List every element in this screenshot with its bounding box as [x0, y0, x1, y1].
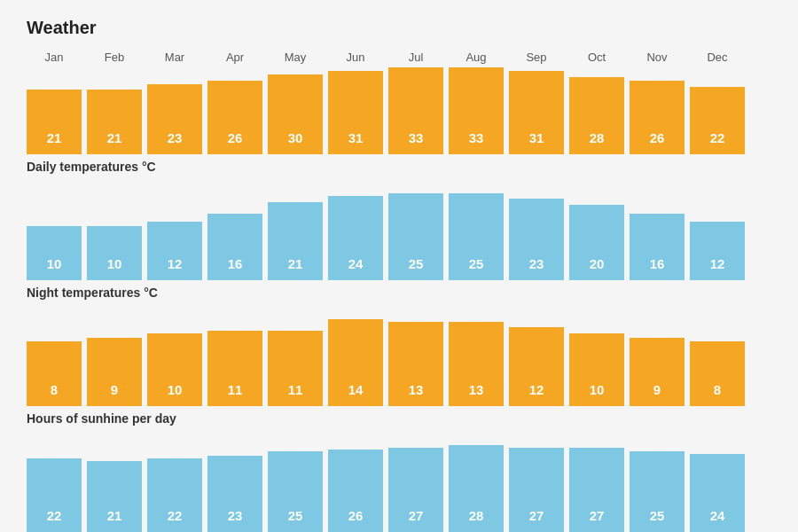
bar-column: 23 — [207, 456, 262, 532]
bar-value: 27 — [388, 498, 443, 532]
bar-value: 13 — [388, 372, 443, 406]
bar-column: 22 — [147, 458, 202, 532]
bar-column: 27 — [388, 448, 443, 532]
bar-column: 22 — [27, 458, 82, 532]
bar-value: 11 — [207, 372, 262, 406]
bar-value: 16 — [630, 246, 685, 280]
sunshine-label: Hours of sunhine per day — [27, 411, 771, 426]
bar-column: 23 — [509, 199, 564, 280]
month-label: Jun — [328, 51, 383, 64]
bar-column: 25 — [449, 193, 504, 280]
bar-column: 30 — [268, 74, 323, 154]
bar-column: 26 — [630, 81, 685, 154]
bar-value: 22 — [147, 498, 202, 532]
bar-column: 11 — [268, 331, 323, 406]
night-section: 101012162124252523201612 Night temperatu… — [27, 193, 771, 300]
bar-value: 31 — [509, 121, 564, 154]
bar-column: 28 — [449, 445, 504, 532]
bar-value: 25 — [388, 246, 443, 280]
bar-column: 26 — [207, 81, 262, 154]
bar-column: 9 — [630, 338, 685, 406]
bar-value: 30 — [268, 121, 323, 154]
month-label: Dec — [690, 51, 745, 64]
bar-value: 8 — [27, 372, 82, 406]
bar-value: 31 — [328, 121, 383, 154]
bar-column: 26 — [328, 450, 383, 532]
bar-value: 27 — [509, 498, 564, 532]
water-section: 222122232526272827272524 Water temperatu… — [27, 445, 771, 532]
month-label: Jul — [388, 51, 443, 64]
daily-section: 212123263031333331282622 Daily temperatu… — [27, 67, 771, 174]
bar-column: 11 — [207, 331, 262, 406]
bar-column: 31 — [509, 71, 564, 154]
bar-column: 31 — [328, 71, 383, 154]
bar-value: 22 — [27, 498, 82, 532]
month-label: Nov — [630, 51, 685, 64]
bar-column: 12 — [690, 222, 745, 280]
bar-value: 9 — [630, 372, 685, 406]
month-label: Aug — [449, 51, 504, 64]
month-label: Jan — [27, 51, 82, 64]
bar-column: 16 — [207, 214, 262, 280]
bar-column: 8 — [27, 341, 82, 406]
page-title: Weather — [27, 18, 771, 38]
bar-column: 21 — [87, 90, 142, 154]
bar-column: 8 — [690, 341, 745, 406]
month-label: Feb — [87, 51, 142, 64]
month-label: Mar — [147, 51, 202, 64]
bar-column: 22 — [690, 87, 745, 154]
bar-column: 13 — [388, 322, 443, 406]
bar-value: 23 — [147, 121, 202, 154]
bar-value: 9 — [87, 372, 142, 406]
bar-value: 14 — [328, 372, 383, 406]
bar-value: 33 — [449, 121, 504, 154]
month-label: May — [268, 51, 323, 64]
bar-column: 27 — [569, 448, 624, 532]
bar-value: 21 — [87, 121, 142, 154]
bar-column: 10 — [87, 226, 142, 280]
bar-value: 13 — [449, 372, 504, 406]
bar-value: 28 — [449, 498, 504, 532]
bar-value: 26 — [630, 121, 685, 154]
bar-value: 25 — [268, 498, 323, 532]
bar-column: 33 — [449, 67, 504, 154]
bar-value: 22 — [690, 121, 745, 154]
bar-value: 26 — [328, 498, 383, 532]
bar-column: 12 — [147, 222, 202, 280]
sunshine-section: 89101111141313121098 Hours of sunhine pe… — [27, 319, 771, 426]
bar-column: 23 — [147, 84, 202, 154]
month-label: Oct — [569, 51, 624, 64]
bar-column: 25 — [388, 193, 443, 280]
bar-value: 24 — [690, 498, 745, 532]
bar-value: 10 — [27, 246, 82, 280]
bar-value: 23 — [207, 498, 262, 532]
bar-column: 24 — [690, 454, 745, 532]
month-label: Apr — [207, 51, 262, 64]
bar-column: 13 — [449, 322, 504, 406]
bar-column: 20 — [569, 205, 624, 280]
bar-value: 27 — [569, 498, 624, 532]
bar-value: 11 — [268, 372, 323, 406]
bar-value: 10 — [147, 372, 202, 406]
bar-value: 12 — [690, 246, 745, 280]
bar-value: 26 — [207, 121, 262, 154]
bar-value: 21 — [268, 246, 323, 280]
bar-value: 10 — [87, 246, 142, 280]
bar-value: 16 — [207, 246, 262, 280]
bar-column: 16 — [630, 214, 685, 280]
bar-column: 33 — [388, 67, 443, 154]
bar-column: 21 — [87, 461, 142, 532]
night-label: Night temperatures °C — [27, 286, 771, 300]
bar-value: 33 — [388, 121, 443, 154]
bar-value: 25 — [630, 498, 685, 532]
bar-column: 27 — [509, 448, 564, 532]
bar-column: 24 — [328, 196, 383, 280]
daily-label: Daily temperatures °C — [27, 160, 771, 174]
bar-value: 20 — [569, 246, 624, 280]
bar-column: 10 — [569, 333, 624, 406]
month-label: Sep — [509, 51, 564, 64]
bar-value: 23 — [509, 246, 564, 280]
bar-column: 21 — [27, 90, 82, 154]
bar-column: 28 — [569, 77, 624, 154]
bar-column: 25 — [630, 451, 685, 532]
